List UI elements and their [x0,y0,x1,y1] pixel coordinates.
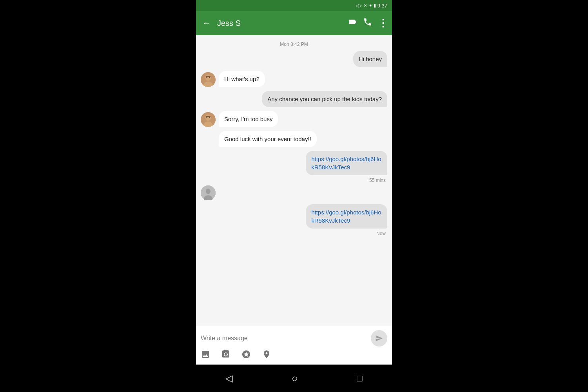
message-row: Sorry, I'm too busy [201,111,387,127]
contact-name: Jess S [217,19,344,28]
airplane-icon: ✈ [368,3,372,8]
input-row [201,330,387,347]
svg-point-7 [205,114,211,121]
avatar-small [201,185,216,200]
input-actions [201,350,387,361]
received-bubble: Sorry, I'm too busy [219,111,278,127]
svg-point-13 [206,189,211,194]
input-bar [196,326,392,365]
message-row: Good luck with your event today!! [201,131,387,147]
message-timestamp: 55 mins [369,178,387,183]
toolbar: ← Jess S ⋮ [196,11,392,35]
send-button[interactable] [371,330,387,347]
message-row [201,185,387,200]
message-group: https://goo.gl/photos/bj6HokR58KvJkTec9 … [201,151,387,183]
nav-bar: ◁ ○ □ [196,365,392,392]
phone-container: ◁▷ ✕ ✈ ▮ 9:37 ← Jess S ⋮ [196,0,392,392]
status-icons: ◁▷ ✕ ✈ ▮ 9:37 [356,3,387,9]
status-bar: ◁▷ ✕ ✈ ▮ 9:37 [196,0,392,11]
svg-rect-11 [206,116,211,117]
gallery-icon[interactable] [201,350,210,361]
signal-icon: ◁▷ [356,3,362,8]
status-time: 9:37 [377,3,387,9]
video-call-button[interactable] [348,17,358,29]
chat-area: Mon 8:42 PM Hi honey Hi what' [196,35,392,326]
screen: ◁▷ ✕ ✈ ▮ 9:37 ← Jess S ⋮ [196,0,392,365]
avatar [201,112,216,127]
sent-bubble: Hi honey [353,51,387,67]
back-button[interactable]: ← [200,16,213,31]
sent-bubble: Any chance you can pick up the kids toda… [262,91,387,107]
link-2[interactable]: https://goo.gl/photos/bj6HokR58KvJkTec9 [311,209,381,224]
chat-timestamp: Mon 8:42 PM [201,42,387,47]
message-group-2: https://goo.gl/photos/bj6HokR58KvJkTec9 … [201,204,387,236]
location-icon[interactable] [262,350,271,361]
camera-icon[interactable] [221,350,230,361]
sticker-icon[interactable] [241,350,251,361]
message-row: Any chance you can pick up the kids toda… [201,91,387,107]
svg-rect-5 [206,76,211,77]
phone-call-button[interactable] [363,17,372,29]
nav-back-button[interactable]: ◁ [225,373,232,384]
sent-bubble-link: https://goo.gl/photos/bj6HokR58KvJkTec9 [306,151,387,175]
nav-recent-button[interactable]: □ [357,373,363,384]
message-row: https://goo.gl/photos/bj6HokR58KvJkTec9 [267,151,387,175]
message-row: Hi what's up? [201,71,387,87]
more-options-button[interactable]: ⋮ [378,17,388,29]
avatar [201,72,216,87]
message-timestamp-now: Now [376,231,387,236]
message-row: https://goo.gl/photos/bj6HokR58KvJkTec9 [267,204,387,229]
wifi-icon: ✕ [363,3,367,8]
nav-home-button[interactable]: ○ [292,372,298,385]
message-input[interactable] [201,335,371,342]
svg-point-1 [205,74,211,81]
battery-icon: ▮ [374,3,376,8]
sent-bubble-link-2: https://goo.gl/photos/bj6HokR58KvJkTec9 [306,204,387,229]
message-row: Hi honey [201,51,387,67]
toolbar-actions: ⋮ [348,17,388,29]
received-bubble: Good luck with your event today!! [219,131,317,147]
link[interactable]: https://goo.gl/photos/bj6HokR58KvJkTec9 [311,156,381,171]
received-bubble: Hi what's up? [219,71,265,87]
